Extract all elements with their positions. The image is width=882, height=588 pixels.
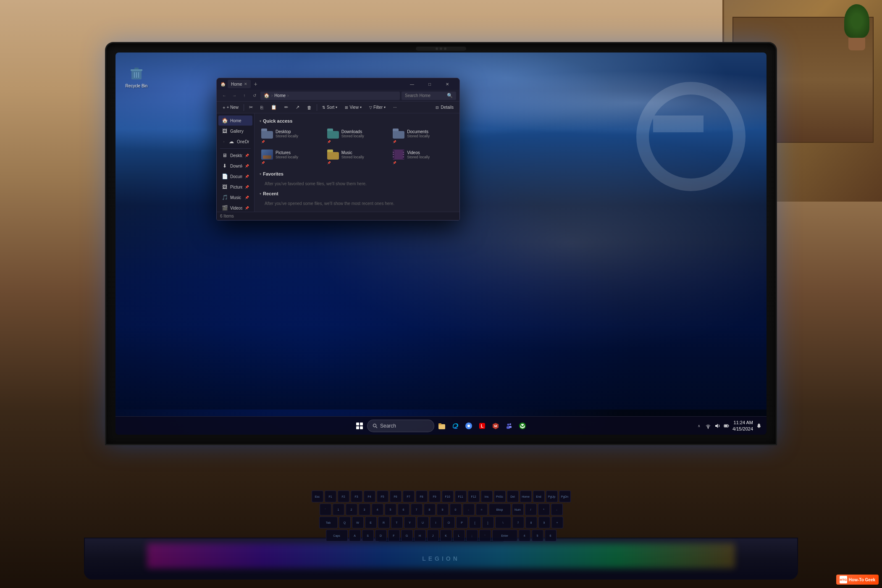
- taskbar-edge-icon[interactable]: [449, 420, 461, 432]
- key-tab[interactable]: Tab: [319, 517, 338, 528]
- sidebar-item-pictures[interactable]: 🖼 Pictures 📌: [218, 182, 252, 192]
- folder-videos[interactable]: Videos Stored locally 📌: [391, 148, 454, 166]
- taskbar-teams-icon[interactable]: [503, 420, 515, 432]
- sidebar-item-music[interactable]: 🎵 Music 📌: [218, 192, 252, 202]
- key-f10[interactable]: F10: [442, 491, 454, 502]
- key-w[interactable]: W: [352, 517, 364, 528]
- tab-close-icon[interactable]: ✕: [244, 82, 247, 86]
- rename-button[interactable]: ✏: [281, 103, 291, 112]
- key-num8[interactable]: 8: [525, 517, 537, 528]
- key-t[interactable]: T: [391, 517, 403, 528]
- key-a[interactable]: A: [349, 530, 361, 541]
- network-icon-tray[interactable]: [704, 422, 712, 430]
- taskbar-search[interactable]: Search: [367, 420, 434, 432]
- delete-button[interactable]: 🗑: [304, 103, 315, 112]
- key-backtick[interactable]: `: [320, 504, 331, 515]
- folder-documents[interactable]: Documents Stored locally 📌: [391, 127, 454, 145]
- recent-expand[interactable]: ▾: [260, 192, 261, 196]
- key-num9[interactable]: 9: [538, 517, 550, 528]
- new-tab-button[interactable]: +: [252, 80, 260, 88]
- show-hidden-icons-button[interactable]: ∧: [695, 422, 703, 430]
- key-2[interactable]: 2: [346, 504, 357, 515]
- key-esc[interactable]: Esc: [312, 491, 323, 502]
- titlebar-tab-home[interactable]: Home ✕: [228, 80, 251, 88]
- key-f5[interactable]: F5: [377, 491, 388, 502]
- taskbar-mcafee-icon[interactable]: M: [490, 420, 501, 432]
- key-r[interactable]: R: [378, 517, 390, 528]
- key-g[interactable]: G: [401, 530, 413, 541]
- folder-music[interactable]: Music Stored locally 📌: [326, 148, 389, 166]
- up-button[interactable]: ↑: [240, 92, 249, 100]
- file-explorer-window[interactable]: 🏠 Home ✕ + — □ ✕: [216, 78, 460, 220]
- key-j[interactable]: J: [427, 530, 439, 541]
- key-nummul[interactable]: *: [538, 504, 550, 515]
- search-bar[interactable]: Search Home 🔍: [402, 92, 456, 100]
- key-f12[interactable]: F12: [468, 491, 480, 502]
- sidebar-item-home[interactable]: 🏠 Home: [218, 116, 252, 126]
- paste-button[interactable]: 📋: [268, 103, 280, 112]
- view-button[interactable]: ⊞ View ▾: [341, 103, 365, 112]
- folder-pictures[interactable]: Pictures Stored locally 📌: [260, 148, 323, 166]
- key-insert[interactable]: Ins: [481, 491, 493, 502]
- new-button[interactable]: + + New: [219, 103, 242, 112]
- key-k[interactable]: K: [440, 530, 452, 541]
- key-4[interactable]: 4: [372, 504, 383, 515]
- key-u[interactable]: U: [417, 517, 429, 528]
- minimize-button[interactable]: —: [403, 78, 421, 90]
- key-f9[interactable]: F9: [429, 491, 441, 502]
- key-f1[interactable]: F1: [325, 491, 336, 502]
- key-num6[interactable]: 6: [545, 530, 556, 541]
- key-q[interactable]: Q: [339, 517, 351, 528]
- start-button[interactable]: [354, 420, 365, 432]
- filter-button[interactable]: ▽ Filter ▾: [366, 103, 389, 112]
- key-1[interactable]: 1: [333, 504, 344, 515]
- favorites-expand[interactable]: ▾: [260, 172, 261, 176]
- more-button[interactable]: ···: [390, 103, 400, 112]
- back-button[interactable]: ←: [220, 92, 228, 100]
- sidebar-item-desktop[interactable]: 🖥 Desktop 📌: [218, 150, 252, 160]
- sidebar-item-gallery[interactable]: 🖼 Gallery: [218, 126, 252, 136]
- key-f11[interactable]: F11: [455, 491, 467, 502]
- key-end[interactable]: End: [533, 491, 545, 502]
- details-button[interactable]: ⊟ Details: [432, 103, 457, 112]
- key-f4[interactable]: F4: [364, 491, 375, 502]
- recycle-bin-icon[interactable]: Recycle Bin: [124, 65, 149, 88]
- key-minus[interactable]: -: [463, 504, 475, 515]
- key-f3[interactable]: F3: [351, 491, 362, 502]
- key-numsub[interactable]: -: [551, 504, 563, 515]
- key-i[interactable]: I: [430, 517, 442, 528]
- key-rbracket[interactable]: ]: [482, 517, 494, 528]
- sidebar-item-onedrive[interactable]: › ☁ OneDrive: [218, 136, 252, 147]
- quick-access-expand[interactable]: ▾: [260, 119, 261, 123]
- key-home[interactable]: Home: [520, 491, 532, 502]
- sidebar-item-documents[interactable]: 📄 Documents 📌: [218, 171, 252, 181]
- key-l[interactable]: L: [453, 530, 465, 541]
- key-num7[interactable]: 7: [512, 517, 524, 528]
- battery-icon-tray[interactable]: [722, 422, 731, 430]
- key-f7[interactable]: F7: [403, 491, 415, 502]
- key-f6[interactable]: F6: [390, 491, 402, 502]
- volume-icon-tray[interactable]: [713, 422, 722, 430]
- key-f2[interactable]: F2: [338, 491, 349, 502]
- key-enter[interactable]: Enter: [492, 530, 517, 541]
- key-backspace[interactable]: Bksp: [489, 504, 511, 515]
- key-8[interactable]: 8: [424, 504, 436, 515]
- key-6[interactable]: 6: [398, 504, 410, 515]
- address-bar[interactable]: 🏠 › Home ›: [260, 92, 400, 100]
- folder-desktop[interactable]: Desktop Stored locally 📌: [260, 127, 323, 145]
- sidebar-item-videos[interactable]: 🎬 Videos 📌: [218, 203, 252, 212]
- key-numadd[interactable]: +: [551, 517, 563, 528]
- key-s[interactable]: S: [362, 530, 374, 541]
- key-p[interactable]: P: [456, 517, 468, 528]
- key-prtsc[interactable]: PrtSc: [494, 491, 506, 502]
- key-f[interactable]: F: [388, 530, 400, 541]
- taskbar-file-explorer-icon[interactable]: [436, 420, 448, 432]
- copy-button[interactable]: ⎘: [257, 103, 267, 112]
- maximize-button[interactable]: □: [421, 78, 438, 90]
- share-button[interactable]: ↗: [292, 103, 303, 112]
- forward-button[interactable]: →: [230, 92, 239, 100]
- key-h[interactable]: H: [414, 530, 426, 541]
- key-numdiv[interactable]: /: [525, 504, 537, 515]
- key-d[interactable]: D: [375, 530, 387, 541]
- key-numlock[interactable]: Num: [512, 504, 524, 515]
